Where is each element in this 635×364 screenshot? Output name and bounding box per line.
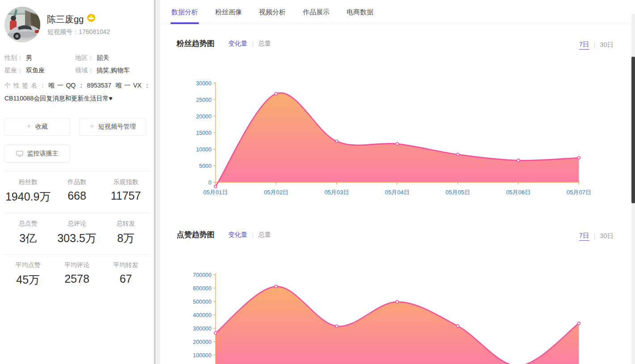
stats-row: 粉丝数1940.9万 作品数668 乐观指数11757 — [4, 171, 150, 213]
region-field: 地区：韶关 — [75, 54, 109, 62]
manage-account-button[interactable]: +短视频号管理 — [79, 118, 146, 136]
account-name: 陈三废gg — [47, 13, 95, 25]
tab-works-display[interactable]: 作品展示 — [303, 0, 330, 24]
range-7d[interactable]: 7日 — [579, 231, 589, 241]
fans-chart-range: 7日 | 30日 — [579, 40, 614, 50]
stats-row: 平均点赞45万 平均评论2578 平均转发67 — [4, 254, 150, 296]
main-panel: 数据分析 粉丝画像 视频分析 作品展示 电商数据 粉丝趋势图 变化量 | 总量 … — [161, 0, 631, 364]
likes-chart-title: 点赞趋势图 — [177, 230, 215, 240]
fans-chart-header: 粉丝趋势图 变化量 | 总量 — [177, 38, 271, 49]
range-30d[interactable]: 30日 — [600, 232, 614, 240]
stats-row: 总点赞3亿 总评论303.5万 总转发8万 — [4, 213, 150, 254]
plus-icon: + — [89, 122, 94, 130]
likes-chart-toggle: 变化量 | 总量 — [228, 230, 271, 239]
stat-total-comments: 总评论303.5万 — [52, 220, 101, 246]
main-tabbar: 数据分析 粉丝画像 视频分析 作品展示 电商数据 — [161, 0, 631, 24]
stat-avg-likes: 平均点赞45万 — [4, 261, 52, 287]
fans-chart-toggle: 变化量 | 总量 — [228, 39, 271, 48]
gender-field: 性别：男 — [4, 54, 32, 62]
stat-avg-comments: 平均评论2578 — [52, 261, 101, 287]
toggle-change-amount[interactable]: 变化量 — [228, 39, 248, 48]
category-field: 领域：搞笑,购物车 — [75, 67, 130, 75]
stat-total-shares: 总转发8万 — [102, 220, 150, 246]
tab-data-analysis[interactable]: 数据分析 — [171, 0, 198, 24]
favorite-button[interactable]: +收藏 — [4, 118, 70, 136]
monitor-icon — [16, 151, 23, 157]
likes-chart-header: 点赞趋势图 变化量 | 总量 — [177, 230, 271, 240]
fans-chart-title: 粉丝趋势图 — [177, 38, 215, 49]
monitor-streamer-button[interactable]: 监控该播主 — [4, 145, 70, 163]
plus-icon: + — [26, 122, 31, 130]
gold-badge-icon — [87, 14, 95, 22]
stat-works: 作品数668 — [52, 178, 101, 204]
tab-fans-portrait[interactable]: 粉丝画像 — [215, 0, 242, 24]
account-id: 短视频号：176081042 — [47, 28, 110, 36]
sidebar-divider-track — [156, 0, 160, 364]
stats-panel: 粉丝数1940.9万 作品数668 乐观指数11757 总点赞3亿 总评论303… — [4, 171, 150, 296]
stat-fans: 粉丝数1940.9万 — [4, 178, 52, 204]
range-30d[interactable]: 30日 — [600, 41, 614, 49]
tab-video-analysis[interactable]: 视频分析 — [259, 0, 286, 24]
zodiac-field: 星座：双鱼座 — [4, 67, 45, 75]
signature: 个性签名：唯一QQ：8953537 唯一VX： CB110088会回复消息和更新… — [4, 79, 150, 105]
toggle-change-amount[interactable]: 变化量 — [228, 230, 248, 239]
stat-avg-shares: 平均转发67 — [102, 261, 150, 287]
likes-chart-range: 7日 | 30日 — [579, 231, 614, 241]
avatar — [4, 7, 40, 42]
toggle-total-amount[interactable]: 总量 — [258, 230, 271, 239]
stat-index: 乐观指数11757 — [102, 178, 150, 204]
range-7d[interactable]: 7日 — [579, 40, 589, 50]
scrollbar-thumb[interactable] — [631, 57, 635, 203]
profile-sidebar: 陈三废gg 短视频号：176081042 性别：男 地区：韶关 星座：双鱼座 领… — [0, 0, 154, 364]
toggle-total-amount[interactable]: 总量 — [258, 39, 271, 48]
stat-total-likes: 总点赞3亿 — [4, 220, 52, 246]
tab-ecommerce-data[interactable]: 电商数据 — [347, 0, 373, 24]
avatar-image — [4, 7, 40, 42]
